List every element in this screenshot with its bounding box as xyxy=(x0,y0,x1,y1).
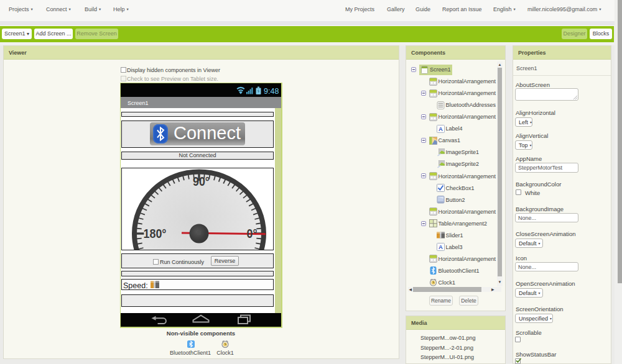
svg-text:90°: 90° xyxy=(193,175,210,188)
svg-text:180°: 180° xyxy=(144,227,167,240)
svg-text:0°: 0° xyxy=(247,227,258,240)
svg-text:A: A xyxy=(439,243,443,250)
svg-text:9:48: 9:48 xyxy=(264,87,279,96)
svg-text:A: A xyxy=(439,125,443,132)
